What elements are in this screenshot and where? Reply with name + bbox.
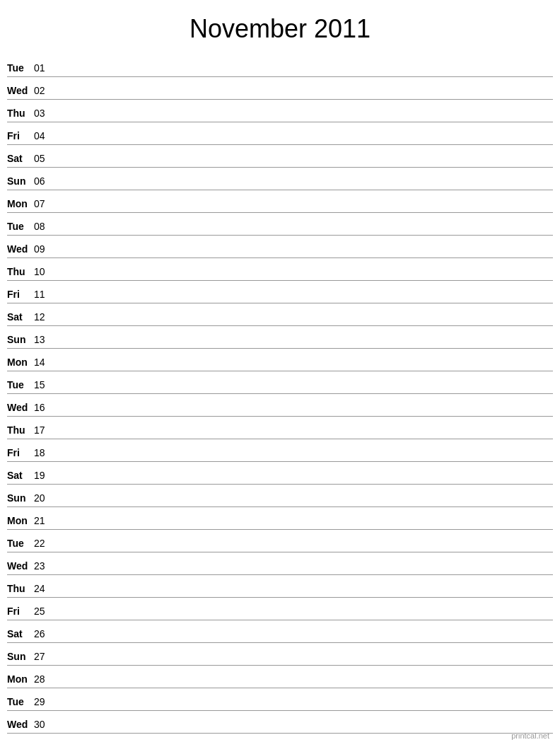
day-line: [54, 73, 553, 74]
day-row: Sat05: [7, 145, 553, 168]
day-line: [54, 458, 553, 458]
day-number: 02: [34, 85, 54, 96]
day-row: Tue15: [7, 371, 553, 394]
day-number: 09: [34, 243, 54, 255]
day-line: [54, 412, 553, 413]
day-number: 27: [34, 651, 54, 662]
day-name: Tue: [7, 696, 34, 707]
day-name: Wed: [7, 560, 34, 572]
day-name: Tue: [7, 379, 34, 390]
day-row: Sat19: [7, 462, 553, 485]
day-number: 22: [34, 538, 54, 549]
day-line: [54, 367, 553, 368]
day-number: 13: [34, 334, 54, 345]
day-line: [54, 95, 553, 96]
day-name: Sun: [7, 492, 34, 504]
day-line: [54, 661, 553, 662]
day-line: [54, 526, 553, 526]
day-number: 28: [34, 673, 54, 685]
day-line: [54, 435, 553, 436]
day-row: Wed30: [7, 711, 553, 734]
day-number: 11: [34, 289, 54, 300]
day-number: 17: [34, 424, 54, 436]
day-row: Mon14: [7, 349, 553, 371]
day-number: 29: [34, 696, 54, 707]
day-number: 25: [34, 606, 54, 617]
day-number: 23: [34, 560, 54, 572]
day-name: Sun: [7, 334, 34, 345]
day-row: Thu03: [7, 100, 553, 122]
day-row: Thu24: [7, 575, 553, 598]
day-name: Tue: [7, 62, 34, 74]
day-name: Sun: [7, 651, 34, 662]
day-number: 15: [34, 379, 54, 390]
day-line: [54, 186, 553, 187]
day-number: 16: [34, 402, 54, 413]
day-name: Tue: [7, 538, 34, 549]
day-line: [54, 231, 553, 232]
day-number: 12: [34, 311, 54, 323]
day-name: Thu: [7, 266, 34, 277]
day-number: 19: [34, 470, 54, 481]
day-line: [54, 616, 553, 617]
day-number: 18: [34, 447, 54, 458]
day-row: Mon07: [7, 190, 553, 213]
day-row: Sun20: [7, 485, 553, 507]
day-line: [54, 141, 553, 141]
day-number: 03: [34, 108, 54, 119]
day-line: [54, 390, 553, 390]
day-name: Sat: [7, 470, 34, 481]
day-row: Tue08: [7, 213, 553, 236]
day-number: 06: [34, 175, 54, 187]
day-name: Sat: [7, 311, 34, 323]
day-name: Fri: [7, 606, 34, 617]
day-number: 24: [34, 583, 54, 594]
day-row: Thu17: [7, 417, 553, 439]
day-number: 01: [34, 62, 54, 74]
day-row: Sun27: [7, 643, 553, 666]
day-line: [54, 571, 553, 572]
day-name: Mon: [7, 357, 34, 368]
day-name: Wed: [7, 402, 34, 413]
day-line: [54, 322, 553, 323]
day-row: Sun06: [7, 168, 553, 190]
day-line: [54, 344, 553, 345]
day-name: Wed: [7, 719, 34, 730]
day-line: [54, 593, 553, 594]
day-number: 10: [34, 266, 54, 277]
day-row: Wed02: [7, 77, 553, 100]
day-name: Fri: [7, 289, 34, 300]
day-number: 21: [34, 515, 54, 526]
page-title: November 2011: [0, 0, 560, 54]
day-row: Tue22: [7, 530, 553, 552]
day-line: [54, 639, 553, 639]
day-number: 04: [34, 130, 54, 141]
day-row: Wed09: [7, 236, 553, 258]
day-row: Tue29: [7, 688, 553, 711]
day-row: Wed16: [7, 394, 553, 417]
day-line: [54, 209, 553, 209]
day-name: Wed: [7, 85, 34, 96]
day-name: Thu: [7, 424, 34, 436]
day-name: Thu: [7, 583, 34, 594]
day-line: [54, 548, 553, 549]
day-line: [54, 277, 553, 277]
day-name: Tue: [7, 221, 34, 232]
day-row: Fri11: [7, 281, 553, 303]
day-line: [54, 480, 553, 481]
day-row: Mon21: [7, 507, 553, 530]
day-row: Mon28: [7, 666, 553, 688]
day-number: 08: [34, 221, 54, 232]
day-name: Thu: [7, 108, 34, 119]
day-number: 07: [34, 198, 54, 209]
day-number: 30: [34, 719, 54, 730]
day-number: 26: [34, 628, 54, 639]
day-line: [54, 254, 553, 255]
day-line: [54, 684, 553, 685]
day-line: [54, 118, 553, 119]
day-name: Sat: [7, 153, 34, 164]
day-name: Mon: [7, 515, 34, 526]
day-row: Sat26: [7, 620, 553, 643]
day-line: [54, 729, 553, 730]
day-name: Sun: [7, 175, 34, 187]
